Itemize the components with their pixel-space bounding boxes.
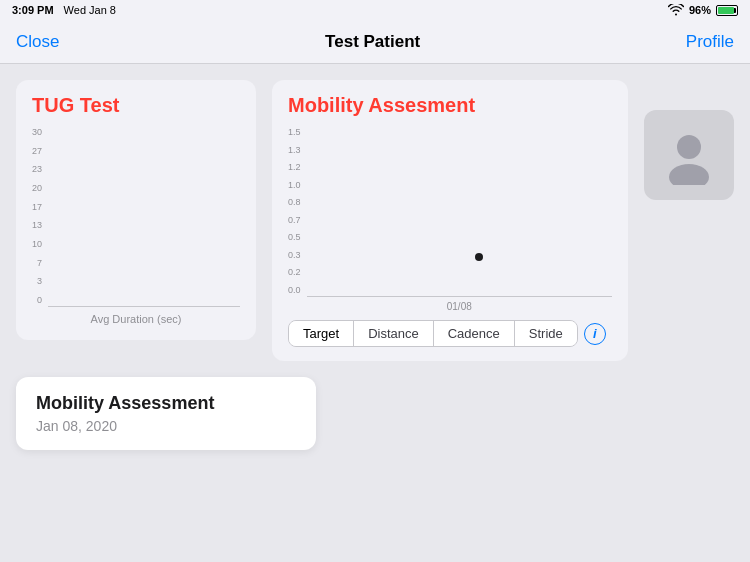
profile-button[interactable]: Profile [686,32,734,52]
svg-point-1 [669,164,709,185]
top-row: TUG Test 30 27 23 20 17 13 10 7 3 0 Avg … [16,80,734,361]
main-content: TUG Test 30 27 23 20 17 13 10 7 3 0 Avg … [0,64,750,562]
mobility-plot [307,127,612,297]
mobility-data-point [475,253,483,261]
info-button[interactable]: i [584,323,606,345]
avatar-icon [659,125,719,185]
status-indicators: 96% [668,4,738,16]
mobility-title: Mobility Assesment [288,94,612,117]
tug-chart: 30 27 23 20 17 13 10 7 3 0 [32,127,240,307]
mobility-assessment-card: Mobility Assesment 1.5 1.3 1.2 1.0 0.8 0… [272,80,628,361]
tab-stride[interactable]: Stride [515,321,577,346]
time-label: 3:09 PM [12,4,54,16]
nav-title: Test Patient [325,32,420,52]
bottom-card-date: Jan 08, 2020 [36,418,296,434]
battery-fill [718,7,734,14]
status-bar: 3:09 PM Wed Jan 8 96% [0,0,750,20]
tug-plot [48,127,240,307]
bottom-card-title: Mobility Assessment [36,393,296,414]
mobility-tabs: Target Distance Cadence Stride i [288,320,612,347]
close-button[interactable]: Close [16,32,59,52]
tug-y-axis: 30 27 23 20 17 13 10 7 3 0 [32,127,42,307]
tug-test-title: TUG Test [32,94,240,117]
tug-subtitle: Avg Duration (sec) [32,313,240,325]
battery-icon [716,5,738,16]
date-label: Wed Jan 8 [64,4,116,16]
tab-group: Target Distance Cadence Stride [288,320,578,347]
nav-bar: Close Test Patient Profile [0,20,750,64]
bottom-assessment-card[interactable]: Mobility Assessment Jan 08, 2020 [16,377,316,450]
tab-distance[interactable]: Distance [354,321,434,346]
wifi-icon [668,4,684,16]
tug-test-card: TUG Test 30 27 23 20 17 13 10 7 3 0 Avg … [16,80,256,340]
status-time: 3:09 PM Wed Jan 8 [12,4,116,16]
tab-target[interactable]: Target [289,321,354,346]
mobility-x-label: 01/08 [307,301,612,312]
tab-cadence[interactable]: Cadence [434,321,515,346]
battery-percent: 96% [689,4,711,16]
mobility-chart: 1.5 1.3 1.2 1.0 0.8 0.7 0.5 0.3 0.2 0.0 … [288,127,612,312]
avatar-card [644,110,734,200]
battery-tip [734,8,736,13]
mobility-y-axis: 1.5 1.3 1.2 1.0 0.8 0.7 0.5 0.3 0.2 0.0 [288,127,301,297]
svg-point-0 [677,135,701,159]
